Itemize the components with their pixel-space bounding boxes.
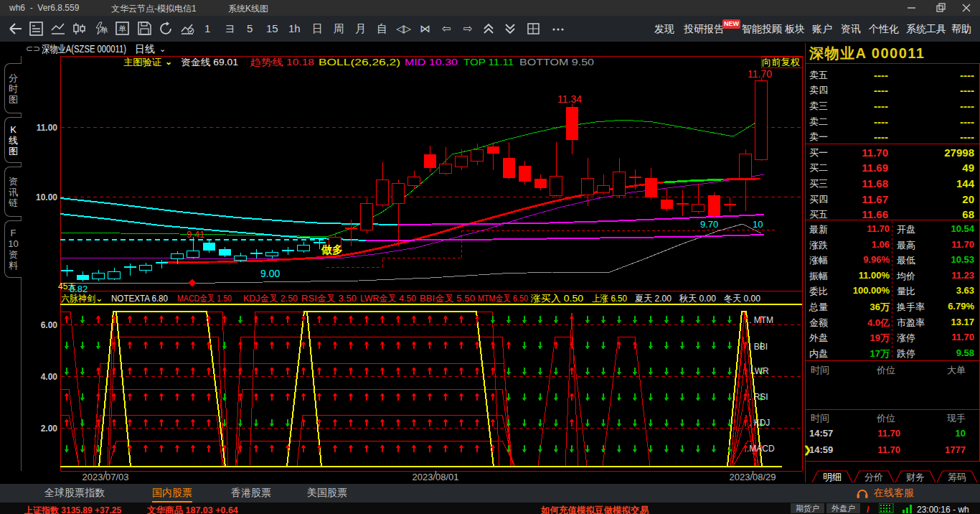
svg-text:财务: 财务 [906, 472, 925, 482]
svg-text:日线: 日线 [135, 43, 155, 55]
svg-text:NOTEXTA 6.80: NOTEXTA 6.80 [111, 294, 168, 304]
svg-text:LWR金叉 4.50: LWR金叉 4.50 [360, 294, 416, 304]
svg-text:6.00: 6.00 [41, 320, 58, 330]
svg-text:. RSI: . RSI [749, 392, 768, 402]
svg-text:资金线 69.01: 资金线 69.01 [181, 57, 238, 67]
svg-text:KDJ金叉 2.50: KDJ金叉 2.50 [243, 294, 298, 304]
svg-text:4.00: 4.00 [41, 372, 58, 382]
svg-text:⌄: ⌄ [165, 57, 172, 67]
svg-text:2023/08/29: 2023/08/29 [729, 472, 776, 482]
svg-text:单: 单 [118, 24, 126, 33]
svg-text:2.00: 2.00 [41, 424, 58, 434]
svg-text:涨买入 0.50: 涨买入 0.50 [530, 294, 583, 304]
svg-text:趋势线 10.18: 趋势线 10.18 [250, 57, 314, 67]
svg-text:六脉神剑: 六脉神剑 [61, 294, 95, 304]
svg-text:分价: 分价 [864, 472, 883, 482]
svg-text:. KDJ: . KDJ [749, 418, 770, 428]
svg-text:9.00: 9.00 [260, 268, 280, 279]
svg-text:11.34: 11.34 [557, 93, 582, 105]
svg-text:LWR: LWR [750, 366, 769, 376]
svg-text:9.41: 9.41 [187, 229, 204, 240]
svg-text:⌄: ⌄ [159, 45, 166, 53]
svg-text:2023/07/03: 2023/07/03 [82, 472, 128, 482]
svg-text:. MTM: . MTM [749, 315, 773, 325]
svg-text:. BBI: . BBI [749, 342, 768, 352]
svg-text:向前复权: 向前复权 [762, 57, 800, 67]
svg-text:上涨 6.50: 上涨 6.50 [592, 294, 627, 304]
svg-text:10.00: 10.00 [36, 192, 57, 202]
svg-text:11.00: 11.00 [37, 123, 58, 133]
svg-text:11.70: 11.70 [748, 68, 772, 80]
svg-text:MACD金叉 1.50: MACD金叉 1.50 [177, 294, 232, 304]
svg-text:BOLL(26,26,2): BOLL(26,26,2) [319, 57, 400, 67]
svg-text:主图验证: 主图验证 [123, 57, 161, 67]
svg-text:10: 10 [753, 219, 763, 230]
svg-text:单: 单 [100, 26, 108, 34]
svg-text:.MACD: .MACD [747, 444, 775, 454]
svg-text:2023/08/01: 2023/08/01 [412, 472, 458, 482]
svg-text:BOTTOM 9.50: BOTTOM 9.50 [519, 57, 594, 67]
svg-text:8.82: 8.82 [70, 284, 88, 294]
svg-text:秋天 0.00: 秋天 0.00 [679, 294, 716, 304]
svg-text:RSI金叉 3.50: RSI金叉 3.50 [301, 294, 357, 304]
svg-text:筹码: 筹码 [948, 472, 966, 482]
svg-text:做多: 做多 [321, 243, 343, 256]
svg-text:9.70: 9.70 [700, 219, 718, 230]
svg-text:MID 10.30: MID 10.30 [405, 57, 458, 67]
svg-text:⌄: ⌄ [95, 294, 103, 304]
svg-text:冬天 0.00: 冬天 0.00 [724, 294, 760, 304]
svg-text:深物业A(SZSE 000011): 深物业A(SZSE 000011) [42, 43, 126, 55]
svg-text:⊂⊃: ⊂⊃ [26, 44, 40, 54]
svg-text:夏天 2.00: 夏天 2.00 [635, 294, 672, 304]
svg-text:BBI金叉 5.50: BBI金叉 5.50 [420, 294, 475, 304]
svg-text:MTM金叉 6.50: MTM金叉 6.50 [478, 294, 528, 304]
svg-text:TOP 11.11: TOP 11.11 [463, 57, 514, 67]
svg-text:明细: 明细 [823, 472, 842, 482]
